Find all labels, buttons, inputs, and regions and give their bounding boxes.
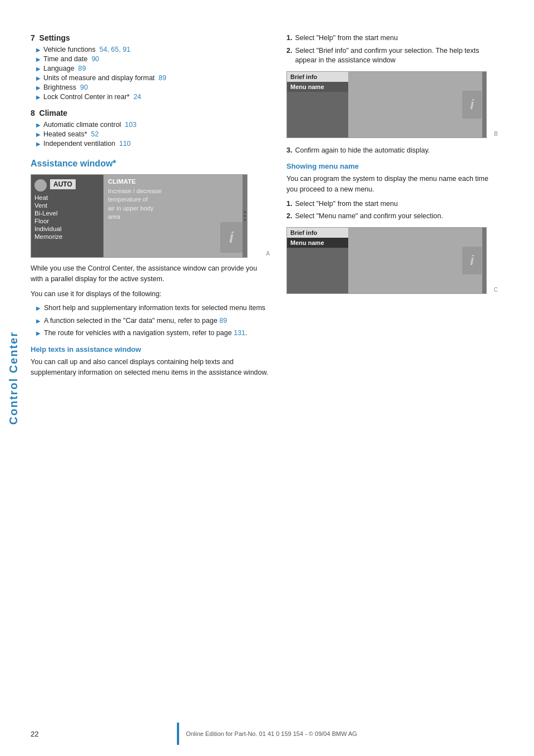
bullet-item: ▶ A function selected in the "Car data" … bbox=[36, 316, 270, 326]
aw-menu-item: Memorize bbox=[34, 233, 100, 240]
step-3-list: 3. Confirm again to hide the automatic d… bbox=[286, 146, 498, 156]
arrow-icon: ▶ bbox=[36, 330, 41, 337]
bi-header-2: Brief info bbox=[287, 228, 348, 238]
image-caption: B bbox=[494, 131, 498, 137]
step-menu-1: 1. Select "Help" from the start menu bbox=[286, 199, 498, 209]
bullet-item: ▶ Short help and supplementary informati… bbox=[36, 303, 270, 313]
toc-item: ▶ Automatic climate control 103 bbox=[36, 121, 270, 129]
aw-menu-item: Vent bbox=[34, 202, 100, 209]
aw-menu-item: Heat bbox=[34, 194, 100, 202]
aw-desc-text: Increase / decreasetemperature ofair in … bbox=[108, 187, 243, 222]
bi-scrollbar-2 bbox=[482, 228, 486, 293]
section-8-list: ▶ Automatic climate control 103 ▶ Heated… bbox=[36, 121, 270, 148]
toc-item: ▶ Lock Control Center in rear* 24 bbox=[36, 93, 270, 101]
assistance-body-text-1: While you use the Control Center, the as… bbox=[31, 263, 270, 284]
section-8-number: 8 Climate bbox=[31, 109, 270, 117]
left-column: 7 Settings ▶ Vehicle functions 54, 65, 9… bbox=[31, 33, 270, 756]
steps-menu-name: 1. Select "Help" from the start menu 2. … bbox=[286, 199, 498, 222]
arrow-icon: ▶ bbox=[36, 122, 41, 128]
toc-item: ▶ Independent ventilation 110 bbox=[36, 140, 270, 148]
footer-bar bbox=[177, 723, 179, 745]
aw-climate-label: CLIMATE bbox=[108, 178, 243, 185]
sidebar-label: Control Center bbox=[0, 0, 27, 756]
aw-menu-list: Heat Vent Bi-Level Floor Individual Memo… bbox=[34, 194, 100, 240]
arrow-icon: ▶ bbox=[36, 305, 41, 312]
help-texts-body: You can call up and also cancel displays… bbox=[31, 357, 270, 378]
assistance-window-heading: Assistance window* bbox=[31, 159, 270, 169]
arrow-icon: ▶ bbox=[36, 317, 41, 325]
arrow-icon: ▶ bbox=[36, 75, 41, 81]
bi-scrollbar bbox=[482, 72, 486, 138]
step-1: 1. Select "Help" from the start menu bbox=[286, 33, 498, 43]
toc-item: ▶ Language 89 bbox=[36, 65, 270, 72]
toc-item: ▶ Time and date 90 bbox=[36, 55, 270, 63]
footer-text: Online Edition for Part-No. 01 41 0 159 … bbox=[186, 730, 357, 737]
aw-left-panel: AUTO Heat Vent Bi-Level Floor Individual… bbox=[31, 175, 103, 257]
aw-scrollbar bbox=[243, 175, 247, 257]
brief-info-panel-2-wrapper: Brief info Menu name i C bbox=[286, 227, 498, 294]
step-2: 2. Select "Brief info" and confirm your … bbox=[286, 46, 498, 66]
bi-menu-name: Menu name bbox=[287, 82, 348, 92]
arrow-icon: ▶ bbox=[36, 85, 41, 91]
bi-info-icon: i bbox=[462, 91, 482, 119]
arrow-icon: ▶ bbox=[36, 94, 41, 100]
page-footer: 22 Online Edition for Part-No. 01 41 0 1… bbox=[0, 723, 534, 745]
aw-menu-item: Bi-Level bbox=[34, 209, 100, 217]
arrow-icon: ▶ bbox=[36, 141, 41, 147]
info-i-letter: i bbox=[229, 229, 234, 247]
sidebar-title: Control Center bbox=[7, 331, 20, 425]
section-7-list: ▶ Vehicle functions 54, 65, 91 ▶ Time an… bbox=[36, 46, 270, 101]
steps-intro: 1. Select "Help" from the start menu 2. … bbox=[286, 33, 498, 66]
toc-item: ▶ Units of measure and display format 89 bbox=[36, 74, 270, 82]
assistance-bullet-list: ▶ Short help and supplementary informati… bbox=[36, 303, 270, 338]
toc-item: ▶ Vehicle functions 54, 65, 91 bbox=[36, 46, 270, 53]
bullet-item: ▶ The route for vehicles with a navigati… bbox=[36, 328, 270, 338]
toc-item: ▶ Heated seats* 52 bbox=[36, 130, 270, 138]
image-caption-2: C bbox=[494, 287, 498, 293]
aw-menu-item: Individual bbox=[34, 225, 100, 233]
showing-menu-name-heading: Showing menu name bbox=[286, 162, 498, 170]
bi-right-panel-2: i bbox=[348, 228, 486, 293]
bi-left-panel: Brief info Menu name bbox=[287, 72, 348, 138]
brief-info-panel-1: Brief info Menu name i bbox=[286, 71, 487, 138]
bi-info-icon-2: i bbox=[462, 247, 482, 274]
assistance-window-image: AUTO Heat Vent Bi-Level Floor Individual… bbox=[31, 174, 248, 258]
bi-header: Brief info bbox=[287, 72, 348, 82]
step-menu-2: 2. Select "Menu name" and confirm your s… bbox=[286, 212, 498, 222]
page-container: Control Center 7 Settings ▶ Vehicle func… bbox=[0, 0, 534, 756]
arrow-icon: ▶ bbox=[36, 47, 41, 53]
arrow-icon: ▶ bbox=[36, 56, 41, 62]
right-column: 1. Select "Help" from the start menu 2. … bbox=[286, 33, 498, 756]
assistance-window-image-wrapper: AUTO Heat Vent Bi-Level Floor Individual… bbox=[31, 174, 270, 258]
assistance-body-text-2: You can use it for displays of the follo… bbox=[31, 289, 270, 300]
aw-menu-item: Floor bbox=[34, 217, 100, 225]
image-caption: A bbox=[266, 251, 270, 257]
toc-item: ▶ Brightness 90 bbox=[36, 84, 270, 91]
bi-left-panel-2: Brief info Menu name bbox=[287, 228, 348, 293]
bi-right-panel: i bbox=[348, 72, 486, 138]
help-texts-heading: Help texts in assistance window bbox=[31, 345, 270, 354]
section-7-number: 7 Settings bbox=[31, 33, 270, 42]
bi-menu-name-highlighted: Menu name bbox=[287, 238, 348, 248]
aw-auto-label: AUTO bbox=[50, 179, 76, 189]
arrow-icon: ▶ bbox=[36, 66, 41, 72]
aw-info-icon: i bbox=[220, 222, 243, 253]
aw-right-panel: CLIMATE Increase / decreasetemperature o… bbox=[103, 175, 247, 257]
step-3: 3. Confirm again to hide the automatic d… bbox=[286, 146, 498, 156]
main-content: 7 Settings ▶ Vehicle functions 54, 65, 9… bbox=[31, 33, 517, 756]
showing-menu-name-body: You can program the system to display th… bbox=[286, 174, 498, 195]
page-number: 22 bbox=[31, 730, 38, 738]
brief-info-panel-2: Brief info Menu name i bbox=[286, 227, 487, 294]
brief-info-panel-1-wrapper: Brief info Menu name i B bbox=[286, 71, 498, 138]
arrow-icon: ▶ bbox=[36, 131, 41, 138]
